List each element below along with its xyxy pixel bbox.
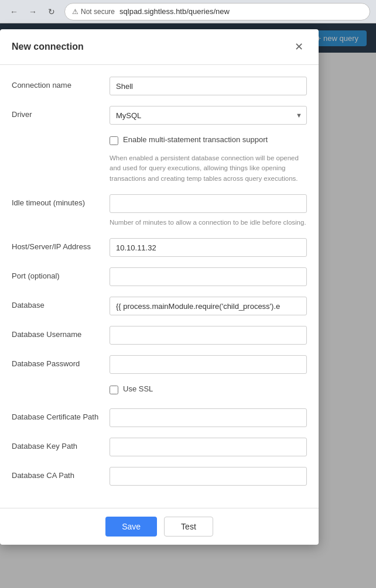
db-ca-path-wrap: [110, 467, 307, 486]
connection-name-row: Connection name: [12, 77, 307, 95]
driver-select[interactable]: MySQL PostgreSQL SQLite MSSQL: [110, 106, 307, 125]
multi-statement-row: Enable multi-statement transaction suppo…: [12, 135, 307, 184]
use-ssl-wrap: Use SSL: [110, 384, 307, 398]
host-row: Host/Server/IP Address: [12, 238, 307, 257]
multi-statement-label: Enable multi-statement transaction suppo…: [123, 135, 268, 144]
forward-button[interactable]: →: [25, 4, 41, 20]
modal-footer: Save Test: [0, 508, 319, 545]
db-cert-path-label: Database Certificate Path: [12, 408, 102, 421]
db-password-label: Database Password: [12, 355, 102, 368]
driver-select-wrap: MySQL PostgreSQL SQLite MSSQL ▼: [110, 106, 307, 125]
port-wrap: [110, 267, 307, 286]
connection-name-input[interactable]: [110, 77, 307, 95]
port-row: Port (optional): [12, 267, 307, 286]
warning-icon: ⚠: [72, 8, 78, 16]
url-display: sqlpad.sightless.htb/queries/new: [119, 7, 230, 16]
modal-body[interactable]: Connection name Driver MySQL PostgreSQL: [0, 65, 319, 508]
browser-chrome: ← → ↻ ⚠ Not secure sqlpad.sightless.htb/…: [0, 0, 376, 23]
refresh-button[interactable]: ↻: [43, 4, 60, 20]
driver-row: Driver MySQL PostgreSQL SQLite MSSQL ▼: [12, 106, 307, 125]
driver-label: Driver: [12, 106, 102, 119]
host-input[interactable]: [110, 238, 307, 257]
db-ca-path-row: Database CA Path: [12, 467, 307, 486]
multi-statement-checkbox-row: Enable multi-statement transaction suppo…: [110, 135, 307, 145]
database-row: Database: [12, 297, 307, 315]
idle-timeout-label: Idle timeout (minutes): [12, 194, 102, 207]
use-ssl-row: Use SSL: [12, 384, 307, 398]
multi-statement-wrap: Enable multi-statement transaction suppo…: [110, 135, 307, 184]
test-button[interactable]: Test: [164, 517, 213, 537]
db-ca-path-label: Database CA Path: [12, 467, 102, 480]
database-input[interactable]: [110, 297, 307, 315]
multi-statement-description: When enabled a persistent database conne…: [110, 153, 307, 184]
db-key-path-wrap: [110, 438, 307, 456]
close-button[interactable]: ✕: [290, 39, 307, 55]
db-ca-path-input[interactable]: [110, 467, 307, 486]
db-cert-path-wrap: [110, 408, 307, 427]
use-ssl-label: Use SSL: [123, 384, 153, 393]
idle-timeout-hint: Number of minutes to allow a connection …: [110, 218, 307, 228]
address-bar[interactable]: ⚠ Not secure sqlpad.sightless.htb/querie…: [64, 3, 370, 20]
db-key-path-row: Database Key Path: [12, 438, 307, 456]
back-button[interactable]: ←: [6, 4, 22, 20]
save-button[interactable]: Save: [105, 517, 157, 537]
use-ssl-checkbox-row: Use SSL: [110, 384, 307, 394]
db-username-input[interactable]: [110, 326, 307, 345]
idle-timeout-row: Idle timeout (minutes) Number of minutes…: [12, 194, 307, 228]
new-connection-modal: New connection ✕ Connection name Driver: [0, 29, 319, 545]
modal-title: New connection: [12, 42, 84, 52]
database-label: Database: [12, 297, 102, 310]
idle-timeout-input[interactable]: [110, 194, 307, 213]
idle-timeout-wrap: Number of minutes to allow a connection …: [110, 194, 307, 228]
db-cert-path-row: Database Certificate Path: [12, 408, 307, 427]
use-ssl-checkbox[interactable]: [110, 386, 118, 394]
driver-wrap: MySQL PostgreSQL SQLite MSSQL ▼: [110, 106, 307, 125]
nav-buttons: ← → ↻: [6, 4, 60, 20]
not-secure-indicator: ⚠ Not secure: [72, 8, 115, 16]
db-password-input[interactable]: [110, 355, 307, 374]
page-background: + new query New connection ✕ Connection …: [0, 23, 376, 588]
connection-name-wrap: [110, 77, 307, 95]
port-label: Port (optional): [12, 267, 102, 280]
host-label: Host/Server/IP Address: [12, 238, 102, 251]
db-key-path-input[interactable]: [110, 438, 307, 456]
not-secure-label: Not secure: [81, 8, 115, 16]
host-wrap: [110, 238, 307, 257]
modal-header: New connection ✕: [0, 29, 319, 65]
port-input[interactable]: [110, 267, 307, 286]
db-password-wrap: [110, 355, 307, 374]
multi-statement-checkbox[interactable]: [110, 136, 118, 145]
db-username-label: Database Username: [12, 326, 102, 339]
db-key-path-label: Database Key Path: [12, 438, 102, 451]
connection-name-label: Connection name: [12, 77, 102, 90]
db-cert-path-input[interactable]: [110, 408, 307, 427]
db-password-row: Database Password: [12, 355, 307, 374]
database-wrap: [110, 297, 307, 315]
modal-overlay: New connection ✕ Connection name Driver: [0, 23, 376, 588]
db-username-row: Database Username: [12, 326, 307, 345]
db-username-wrap: [110, 326, 307, 345]
